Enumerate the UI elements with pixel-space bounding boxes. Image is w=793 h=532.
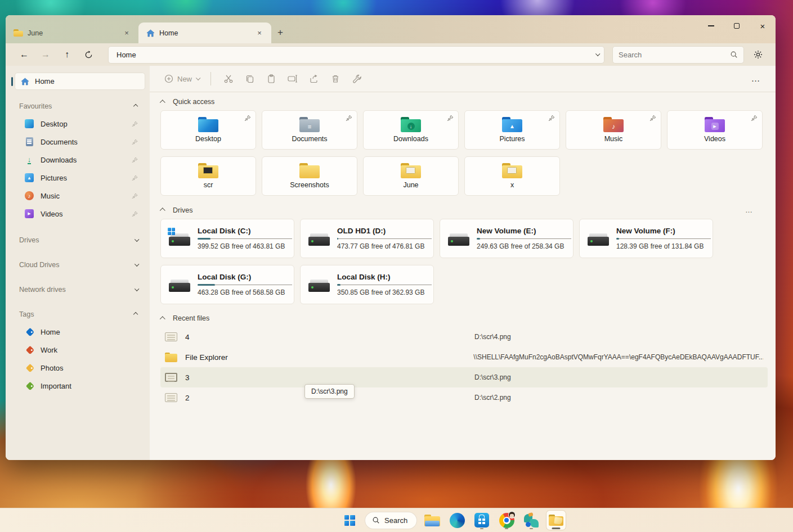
pin-icon[interactable]: [446, 114, 454, 122]
quick-access-card-x[interactable]: x: [464, 156, 560, 196]
image-file-icon: [165, 332, 177, 341]
close-button[interactable]: ×: [750, 15, 776, 37]
pin-icon[interactable]: [131, 210, 138, 218]
chevron-down-icon: [196, 76, 200, 80]
pin-icon[interactable]: [131, 138, 138, 146]
chevron-down-icon[interactable]: [135, 287, 139, 291]
quick-access-card-videos[interactable]: ▶ Videos: [667, 110, 763, 150]
forward-button[interactable]: →: [36, 46, 55, 63]
quick-access-card-documents[interactable]: ≡ Documents: [262, 110, 357, 150]
drive-card-e[interactable]: New Volume (E:) 249.63 GB free of 258.34…: [440, 219, 574, 258]
new-tab-button[interactable]: +: [271, 24, 289, 41]
chevron-up-icon[interactable]: [160, 316, 165, 322]
chevron-down-icon[interactable]: [135, 262, 139, 267]
pin-icon[interactable]: [131, 156, 138, 164]
taskbar-file-explorer[interactable]: [423, 511, 442, 530]
pin-icon[interactable]: [345, 114, 353, 122]
settings-gear-icon[interactable]: [749, 46, 768, 63]
tab-home[interactable]: Home ×: [138, 22, 271, 43]
files-app-icon: [549, 515, 563, 526]
chevron-up-icon[interactable]: [160, 208, 165, 213]
toolbar-divider: [210, 72, 211, 85]
section-label: Cloud Drives: [19, 261, 60, 269]
up-button[interactable]: ↑: [57, 46, 77, 63]
drive-card-c[interactable]: Local Disk (C:) 399.52 GB free of 463.81…: [160, 219, 294, 258]
close-tab-icon[interactable]: ×: [253, 27, 266, 39]
taskbar-files-app-active[interactable]: [546, 511, 566, 530]
sidebar-item-documents[interactable]: Documents: [6, 133, 150, 151]
pin-icon[interactable]: [649, 114, 657, 122]
recent-row-4[interactable]: 4 D:\scr\4.png: [160, 327, 768, 347]
back-button[interactable]: ←: [15, 46, 34, 63]
cut-icon[interactable]: [218, 70, 239, 88]
taskbar-teal-app[interactable]: [522, 511, 541, 530]
sidebar-item-home[interactable]: Home: [15, 73, 145, 90]
rename-icon[interactable]: [282, 70, 303, 88]
quick-access-card-june[interactable]: June: [363, 156, 459, 196]
taskbar-chrome[interactable]: [497, 511, 516, 530]
quick-access-card-desktop[interactable]: Desktop: [160, 110, 256, 150]
section-header-favourites[interactable]: Favourites: [6, 98, 150, 115]
drives-more-icon[interactable]: …: [745, 206, 765, 214]
recent-files-header[interactable]: Recent files: [150, 309, 776, 326]
recent-row-2[interactable]: 2 D:\scr\2.png: [160, 387, 768, 408]
drive-card-f[interactable]: New Volume (F:) 128.39 GB free of 131.84…: [579, 219, 713, 258]
sidebar-tag-photos[interactable]: Photos: [6, 359, 150, 377]
quick-access-card-pictures[interactable]: ▲ Pictures: [464, 110, 560, 150]
pin-icon[interactable]: [131, 174, 138, 182]
pin-icon[interactable]: [750, 114, 758, 122]
new-button[interactable]: New: [160, 71, 204, 87]
delete-icon[interactable]: [325, 70, 346, 88]
pin-icon[interactable]: [548, 114, 555, 122]
section-header-drives[interactable]: Drives: [6, 232, 150, 249]
maximize-button[interactable]: [724, 15, 750, 37]
taskbar-store[interactable]: [472, 511, 491, 530]
taskbar-search[interactable]: Search: [365, 512, 417, 529]
pin-icon[interactable]: [131, 192, 138, 200]
section-header-cloud-drives[interactable]: Cloud Drives: [6, 256, 150, 273]
refresh-button[interactable]: [79, 46, 98, 63]
section-header-network-drives[interactable]: Network drives: [6, 281, 150, 298]
chevron-up-icon[interactable]: [160, 100, 165, 105]
chevron-down-icon[interactable]: [595, 52, 600, 56]
more-options-icon[interactable]: …: [746, 74, 765, 84]
taskbar-edge[interactable]: [447, 511, 467, 530]
address-bar[interactable]: Home: [108, 46, 604, 64]
quick-access-card-scr[interactable]: scr: [160, 156, 256, 196]
quick-access-card-screenshots[interactable]: Screenshots: [262, 156, 357, 196]
search-input[interactable]: [619, 51, 730, 59]
sidebar-tag-work[interactable]: Work: [6, 341, 150, 359]
sidebar-tag-home[interactable]: Home: [6, 323, 150, 341]
sidebar-tag-important[interactable]: Important: [6, 377, 150, 395]
drive-card-h[interactable]: Local Disk (H:) 350.85 GB free of 362.93…: [300, 265, 434, 304]
properties-wrench-icon[interactable]: [346, 70, 368, 88]
start-button[interactable]: [340, 511, 359, 530]
drive-card-d[interactable]: OLD HD1 (D:) 473.77 GB free of 476.81 GB: [300, 219, 434, 258]
quick-access-card-downloads[interactable]: ↓ Downloads: [363, 110, 459, 150]
chevron-up-icon[interactable]: [133, 313, 138, 317]
drives-header[interactable]: Drives …: [150, 200, 776, 218]
pin-icon[interactable]: [131, 120, 138, 128]
sidebar-item-desktop[interactable]: Desktop: [6, 115, 150, 133]
section-header-tags[interactable]: Tags: [6, 306, 150, 323]
chevron-up-icon[interactable]: [133, 105, 138, 109]
copy-icon[interactable]: [239, 70, 261, 88]
sidebar-item-videos[interactable]: ▶ Videos: [6, 205, 150, 223]
share-icon[interactable]: [303, 70, 325, 88]
pin-icon[interactable]: [244, 114, 252, 122]
search-box[interactable]: [612, 46, 744, 64]
recent-row-3[interactable]: 3 D:\scr\3.png: [160, 367, 768, 387]
close-tab-icon[interactable]: ×: [120, 27, 133, 39]
paste-icon[interactable]: [261, 70, 282, 88]
sidebar-item-downloads[interactable]: ↓ Downloads: [6, 151, 150, 169]
minimize-button[interactable]: [698, 15, 724, 37]
quick-access-header[interactable]: Quick access: [150, 92, 776, 109]
recent-row-file-explorer[interactable]: File Explorer \\SHELL\FAAfgMuFn2cgAoBAsp…: [160, 347, 768, 367]
sidebar-item-music[interactable]: ♪ Music: [6, 187, 150, 205]
tab-june[interactable]: June ×: [6, 22, 138, 43]
quick-access-card-music[interactable]: ♪ Music: [566, 110, 661, 150]
drive-card-g[interactable]: Local Disk (G:) 463.28 GB free of 568.58…: [160, 265, 294, 304]
chevron-down-icon[interactable]: [135, 237, 139, 242]
sidebar-item-pictures[interactable]: ▲ Pictures: [6, 169, 150, 187]
drives-row-1: Local Disk (C:) 399.52 GB free of 463.81…: [150, 218, 776, 258]
